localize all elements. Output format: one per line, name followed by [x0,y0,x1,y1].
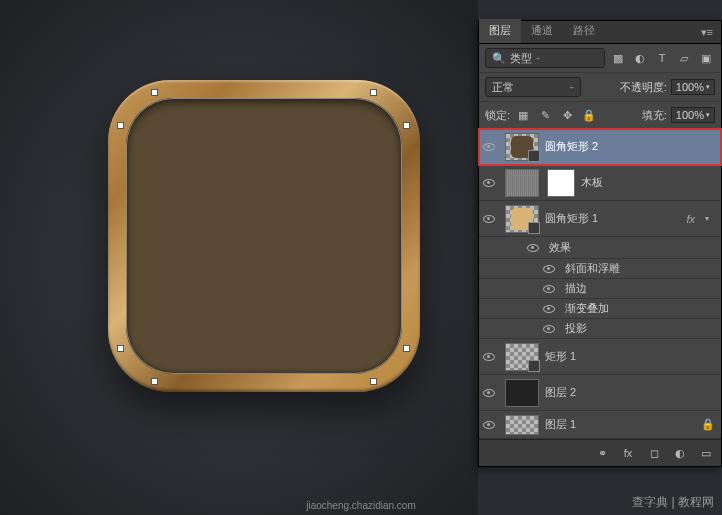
layer-name[interactable]: 图层 1 [545,417,695,432]
filter-row: 🔍 类型 ÷ ▩ ◐ T ▱ ▣ [479,44,721,73]
blend-mode-dropdown[interactable]: 正常 ÷ [485,77,581,97]
filter-smart-icon[interactable]: ▣ [697,49,715,67]
tab-channels[interactable]: 通道 [521,19,563,43]
layer-thumbnail[interactable] [505,205,539,233]
fill-input[interactable]: 100% ▾ [671,107,715,123]
visibility-toggle[interactable] [479,215,499,223]
layer-thumbnail[interactable] [505,133,539,161]
chevron-down-icon: ▾ [706,83,710,91]
lock-all-icon[interactable]: 🔒 [580,106,598,124]
fill-label: 填充: [642,108,667,123]
visibility-toggle[interactable] [479,421,499,429]
layer-fx-item[interactable]: 斜面和浮雕 [479,259,721,279]
anchor-handle[interactable] [151,378,158,385]
layer-row[interactable]: 木板 [479,165,721,201]
anchor-handle[interactable] [370,378,377,385]
visibility-toggle[interactable] [539,305,559,313]
link-layers-icon[interactable]: ⚭ [593,444,611,462]
dropdown-arrow-icon: ÷ [570,83,574,92]
layer-thumbnail[interactable] [505,415,539,435]
lock-pixels-icon[interactable]: ✎ [536,106,554,124]
lock-row: 锁定: ▦ ✎ ✥ 🔒 填充: 100% ▾ [479,102,721,129]
anchor-handle[interactable] [117,345,124,352]
anchor-handle[interactable] [117,122,124,129]
panel-menu-icon[interactable]: ▾≡ [693,22,721,43]
layer-fx-item[interactable]: 投影 [479,319,721,339]
filter-shape-icon[interactable]: ▱ [675,49,693,67]
visibility-toggle[interactable] [479,143,499,151]
eye-icon [543,285,555,293]
filter-label: 类型 [510,51,532,66]
opacity-input[interactable]: 100% ▾ [671,79,715,95]
visibility-toggle[interactable] [539,325,559,333]
layer-row[interactable]: 图层 2 [479,375,721,411]
eye-icon [483,215,495,223]
layer-row[interactable]: 图层 1 🔒 [479,411,721,439]
layer-row[interactable]: 圆角矩形 1 fx ▾ [479,201,721,237]
lock-transparent-icon[interactable]: ▦ [514,106,532,124]
eye-icon [543,325,555,333]
eye-icon [543,305,555,313]
lock-icon: 🔒 [701,418,715,431]
layer-name[interactable]: 木板 [581,175,715,190]
panel-tabs: 图层 通道 路径 ▾≡ [479,21,721,44]
add-adjustment-icon[interactable]: ◐ [671,444,689,462]
fill-value: 100% [676,109,704,121]
layer-fx-item[interactable]: 渐变叠加 [479,299,721,319]
add-mask-icon[interactable]: ◻ [645,444,663,462]
opacity-value: 100% [676,81,704,93]
filter-type-dropdown[interactable]: 🔍 类型 ÷ [485,48,605,68]
blend-row: 正常 ÷ 不透明度: 100% ▾ [479,73,721,102]
filter-adjust-icon[interactable]: ◐ [631,49,649,67]
icon-wood-frame [108,80,420,392]
visibility-toggle[interactable] [539,265,559,273]
opacity-label: 不透明度: [620,80,667,95]
chevron-down-icon: ▾ [706,111,710,119]
lock-label: 锁定: [485,108,510,123]
layer-name[interactable]: 矩形 1 [545,349,715,364]
layer-thumbnail[interactable] [505,169,539,197]
layer-row[interactable]: 矩形 1 [479,339,721,375]
layer-name[interactable]: 图层 2 [545,385,715,400]
layer-fx-header[interactable]: 效果 [479,237,721,259]
add-fx-icon[interactable]: fx [619,444,637,462]
watermark-text: 查字典 | 教程网 [632,494,714,511]
fx-name: 渐变叠加 [565,301,715,316]
anchor-handle[interactable] [151,89,158,96]
layer-thumbnail[interactable] [505,379,539,407]
anchor-handle[interactable] [403,122,410,129]
visibility-toggle[interactable] [479,389,499,397]
fx-collapse-icon[interactable]: ▾ [705,214,715,223]
layer-name[interactable]: 圆角矩形 1 [545,211,676,226]
visibility-toggle[interactable] [479,353,499,361]
eye-icon [483,389,495,397]
layer-name[interactable]: 圆角矩形 2 [545,139,715,154]
eye-icon [483,179,495,187]
new-group-icon[interactable]: ▭ [697,444,715,462]
fx-name: 投影 [565,321,715,336]
icon-inner-shape [126,98,402,374]
fx-name: 描边 [565,281,715,296]
tab-layers[interactable]: 图层 [479,19,521,43]
visibility-toggle[interactable] [539,285,559,293]
fx-name: 斜面和浮雕 [565,261,715,276]
canvas-area[interactable] [0,0,478,515]
layers-panel: 图层 通道 路径 ▾≡ 🔍 类型 ÷ ▩ ◐ T ▱ ▣ 正常 ÷ 不透明度: … [478,20,722,467]
search-icon: 🔍 [492,52,506,65]
layer-row[interactable]: 圆角矩形 2 [479,129,721,165]
anchor-handle[interactable] [370,89,377,96]
layer-fx-item[interactable]: 描边 [479,279,721,299]
tab-paths[interactable]: 路径 [563,19,605,43]
dropdown-arrow-icon: ÷ [536,54,540,63]
layer-thumbnail[interactable] [505,343,539,371]
lock-position-icon[interactable]: ✥ [558,106,576,124]
layer-mask-thumbnail[interactable] [547,169,575,197]
visibility-toggle[interactable] [523,244,543,252]
visibility-toggle[interactable] [479,179,499,187]
anchor-handle[interactable] [403,345,410,352]
filter-pixel-icon[interactable]: ▩ [609,49,627,67]
fx-badge[interactable]: fx [682,213,699,225]
eye-icon [543,265,555,273]
source-url: jiaocheng.chazidian.com [306,500,416,511]
filter-text-icon[interactable]: T [653,49,671,67]
